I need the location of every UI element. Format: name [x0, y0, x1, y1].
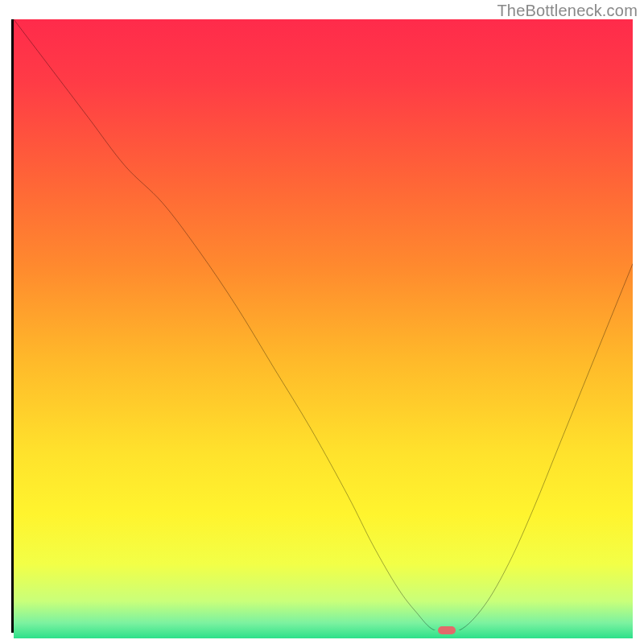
- watermark-label: TheBottleneck.com: [497, 2, 638, 20]
- chart-minimum-marker: [438, 626, 456, 634]
- chart-plot-area: [11, 19, 633, 633]
- chart-curve: [14, 19, 633, 630]
